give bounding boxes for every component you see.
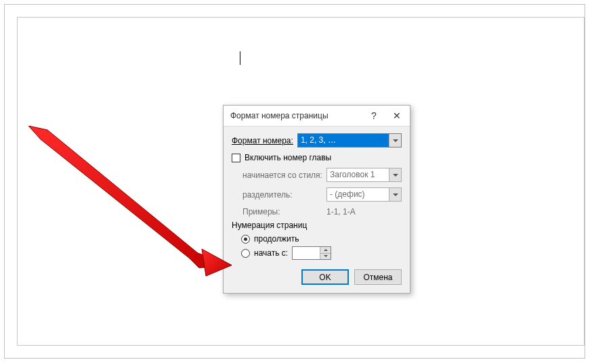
- dialog-title: Формат номера страницы: [230, 111, 362, 120]
- dialog-titlebar[interactable]: Формат номера страницы ? ✕: [224, 106, 410, 127]
- close-button[interactable]: ✕: [385, 106, 408, 125]
- spinner-up-button[interactable]: [320, 247, 331, 254]
- starts-with-style-value: Заголовок 1: [327, 168, 389, 181]
- chevron-down-icon: [393, 174, 398, 177]
- number-format-combo[interactable]: 1, 2, 3, …: [297, 133, 402, 147]
- cancel-button[interactable]: Отмена: [354, 269, 402, 285]
- arrow-up-icon: [324, 249, 328, 251]
- separator-label: разделитель:: [242, 190, 322, 200]
- number-format-dropdown-button[interactable]: [389, 134, 401, 147]
- separator-value: - (дефис): [327, 188, 389, 201]
- continue-radio[interactable]: [241, 235, 250, 244]
- starts-with-style-combo: Заголовок 1: [326, 168, 402, 182]
- close-icon: ✕: [393, 110, 401, 121]
- include-chapter-checkbox[interactable]: [232, 154, 240, 162]
- start-at-spinner[interactable]: [292, 246, 331, 260]
- starts-with-style-label: начинается со стиля:: [242, 170, 322, 180]
- start-at-radio[interactable]: [241, 249, 250, 258]
- spinner-down-button[interactable]: [320, 254, 331, 260]
- start-at-label: начать с:: [254, 248, 288, 258]
- examples-label: Примеры:: [242, 207, 322, 217]
- page-numbering-group-label: Нумерация страниц: [232, 221, 402, 230]
- svg-marker-0: [28, 126, 232, 268]
- separator-combo: - (дефис): [326, 187, 402, 202]
- arrow-down-icon: [324, 255, 328, 257]
- examples-value: 1-1, 1-A: [326, 207, 356, 217]
- start-at-value[interactable]: [293, 247, 320, 259]
- ok-button[interactable]: OK: [301, 269, 349, 285]
- annotation-arrow: [28, 126, 238, 281]
- chevron-down-icon: [393, 139, 398, 142]
- chevron-down-icon: [393, 194, 398, 196]
- include-chapter-label: Включить номер главы: [245, 153, 331, 162]
- page-number-format-dialog: Формат номера страницы ? ✕ Формат номера…: [223, 105, 410, 294]
- separator-dropdown-button: [389, 188, 401, 201]
- text-cursor: [240, 51, 240, 65]
- dialog-body: Формат номера: 1, 2, 3, … Включить номер…: [224, 127, 410, 293]
- screenshot-frame: Формат номера страницы ? ✕ Формат номера…: [4, 4, 585, 359]
- number-format-value: 1, 2, 3, …: [298, 134, 389, 147]
- help-button[interactable]: ?: [362, 106, 385, 125]
- number-format-label: Формат номера:: [232, 136, 293, 145]
- help-icon: ?: [371, 110, 377, 121]
- starts-with-style-dropdown-button: [389, 168, 401, 181]
- continue-label: продолжить: [254, 234, 299, 244]
- document-background: Формат номера страницы ? ✕ Формат номера…: [17, 17, 585, 346]
